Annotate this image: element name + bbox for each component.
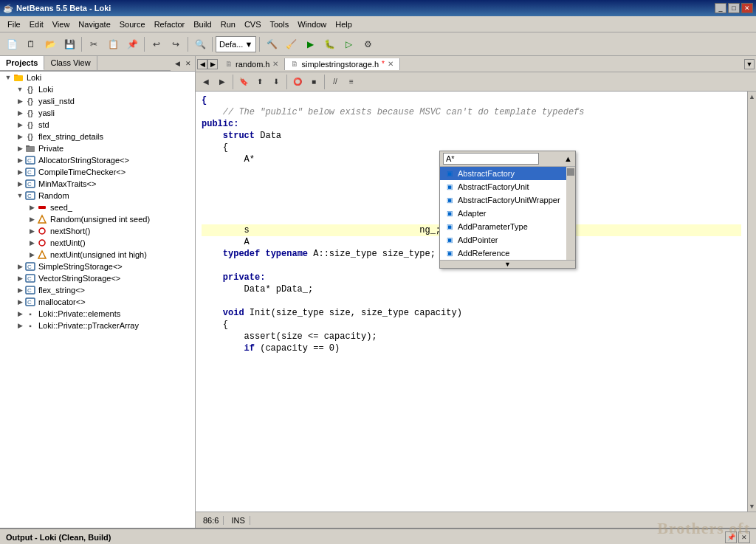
ac-item-5[interactable]: ▣ AddPointer (440, 233, 566, 247)
code-editor-area[interactable]: { // The "public" below exists because M… (196, 92, 756, 512)
redo-button[interactable]: ↪ (167, 35, 185, 53)
ac-scroll-thumb[interactable] (567, 168, 574, 176)
tree-expand-icon[interactable]: ▶ (28, 239, 35, 247)
tab-close-0[interactable]: ✕ (272, 60, 278, 68)
tree-item[interactable]: ▶{}std (0, 119, 195, 131)
tree-item[interactable]: ▶▪Loki::Private::pTrackerArray (0, 320, 195, 331)
tree-item[interactable]: ▶Private (0, 142, 195, 154)
tree-expand-icon[interactable]: ▶ (16, 168, 24, 176)
menu-help[interactable]: Help (331, 18, 357, 30)
toggle-bookmark-button[interactable]: 🔖 (236, 75, 251, 89)
minimize-button[interactable]: _ (715, 3, 726, 13)
back-nav-button[interactable]: ◀ (199, 75, 213, 89)
next-bookmark-button[interactable]: ⬇ (269, 75, 284, 89)
tree-item[interactable]: ▶Cflex_string<> (0, 284, 195, 296)
open-button[interactable]: 📂 (41, 35, 59, 53)
tree-item[interactable]: ▼Loki (0, 72, 195, 83)
tree-item[interactable]: ▶CCompileTimeChecker<> (0, 166, 195, 178)
autocomplete-input[interactable] (443, 153, 539, 165)
tree-expand-icon[interactable]: ▶ (16, 298, 24, 306)
tree-item[interactable]: ▼{}Loki (0, 83, 195, 95)
menu-build[interactable]: Build (189, 18, 216, 30)
tree-expand-icon[interactable]: ▶ (16, 156, 24, 164)
cut-button[interactable]: ✂ (85, 35, 103, 53)
tree-item[interactable]: ▶CMinMaxTraits<> (0, 178, 195, 190)
close-button[interactable]: ✕ (741, 3, 753, 13)
editor-vscrollbar[interactable]: ▲ ▼ (747, 92, 756, 512)
output-pin-button[interactable]: 📌 (725, 531, 737, 543)
ac-item-2[interactable]: ▣ AbstractFactoryUnitWrapper (440, 193, 566, 207)
tree-expand-icon[interactable]: ▶ (16, 286, 24, 294)
tab-simplestringstorage-h[interactable]: 🗎 simplestringstorage.h * ✕ (285, 58, 399, 70)
menu-window[interactable]: Window (293, 18, 331, 30)
tab-random-h[interactable]: 🗎 random.h ✕ (219, 58, 285, 70)
ac-scroll-down-icon[interactable]: ▼ (504, 261, 511, 268)
tree-expand-icon[interactable]: ▼ (16, 86, 24, 93)
output-close-button[interactable]: ✕ (738, 531, 750, 543)
tree-expand-icon[interactable]: ▶ (16, 133, 24, 140)
ac-item-0[interactable]: ▣ AbstractFactory (440, 167, 566, 180)
tree-item[interactable]: ▶{}yasli (0, 107, 195, 119)
format-button[interactable]: ≡ (344, 75, 359, 89)
ac-item-6[interactable]: ▣ AddReference (440, 247, 566, 260)
tab-list-button[interactable]: ▼ (744, 59, 755, 69)
ac-item-4[interactable]: ▣ AddParameterType (440, 220, 566, 233)
tree-item[interactable]: ▶CSimpleStringStorage<> (0, 261, 195, 272)
stop-button[interactable]: ■ (306, 75, 321, 89)
forward-nav-button[interactable]: ▶ (215, 75, 230, 89)
run-file-button[interactable]: ▷ (340, 35, 357, 53)
menu-file[interactable]: File (3, 18, 25, 30)
tree-expand-icon[interactable]: ▶ (16, 109, 24, 117)
toggle-breakpoint-button[interactable]: ⭕ (290, 75, 305, 89)
panel-close-button[interactable]: ✕ (183, 58, 193, 69)
menu-tools[interactable]: Tools (266, 18, 294, 30)
prev-bookmark-button[interactable]: ⬆ (252, 75, 267, 89)
scroll-up-icon[interactable]: ▲ (749, 93, 755, 100)
tree-item[interactable]: ▶CVectorStringStorage<> (0, 272, 195, 284)
find-button[interactable]: 🔍 (191, 35, 209, 53)
build-project-button[interactable]: 🔨 (263, 35, 281, 53)
tree-expand-icon[interactable]: ▶ (16, 275, 24, 282)
toggle-comment-button[interactable]: // (328, 75, 343, 89)
run-button[interactable]: ▶ (301, 35, 319, 53)
maximize-button[interactable]: □ (728, 3, 740, 13)
tree-expand-icon[interactable]: ▼ (16, 192, 24, 199)
tree-item[interactable]: ▶seed_ (0, 202, 195, 213)
save-button[interactable]: 💾 (61, 35, 78, 53)
copy-button[interactable]: 📋 (104, 35, 122, 53)
tree-expand-icon[interactable]: ▶ (16, 180, 24, 187)
ac-scroll-up[interactable]: ▲ (564, 154, 572, 163)
tree-item[interactable]: ▶Random(unsigned int seed) (0, 213, 195, 225)
tree-expand-icon[interactable]: ▶ (28, 216, 35, 223)
tree-item[interactable]: ▶{}yasli_nstd (0, 95, 195, 107)
menu-source[interactable]: Source (115, 18, 150, 30)
tree-expand-icon[interactable]: ▶ (16, 263, 24, 270)
tab-classview[interactable]: Class View (44, 56, 97, 70)
config-dropdown[interactable]: Defa... ▼ (216, 36, 256, 52)
tree-item[interactable]: ▶nextShort() (0, 225, 195, 237)
tab-scroll-right-button[interactable]: ▶ (207, 59, 218, 69)
tree-item[interactable]: ▶CAllocatorStringStorage<> (0, 154, 195, 166)
debug-button[interactable]: 🐛 (320, 35, 338, 53)
tree-item[interactable]: ▶nextUint() (0, 237, 195, 249)
menu-edit[interactable]: Edit (25, 18, 48, 30)
paste-button[interactable]: 📌 (123, 35, 141, 53)
tree-expand-icon[interactable]: ▶ (16, 145, 24, 152)
undo-button[interactable]: ↩ (148, 35, 165, 53)
tree-item[interactable]: ▶{}flex_string_details (0, 131, 195, 142)
menu-run[interactable]: Run (216, 18, 240, 30)
new-file-button[interactable]: 🗒 (22, 35, 40, 53)
new-project-button[interactable]: 📄 (3, 35, 21, 53)
panel-sync-button[interactable]: ◀ (172, 58, 182, 69)
ac-item-3[interactable]: ▣ Adapter (440, 207, 566, 220)
clean-build-button[interactable]: 🧹 (282, 35, 300, 53)
scroll-down-icon[interactable]: ▼ (749, 503, 755, 510)
menu-navigate[interactable]: Navigate (74, 18, 114, 30)
tree-expand-icon[interactable]: ▶ (16, 310, 24, 317)
tree-expand-icon[interactable]: ▶ (28, 204, 35, 211)
menu-cvs[interactable]: CVS (240, 18, 266, 30)
tree-expand-icon[interactable]: ▶ (28, 251, 35, 258)
tree-item[interactable]: ▶nextUint(unsigned int high) (0, 249, 195, 261)
debug-file-button[interactable]: ⚙ (359, 35, 377, 53)
menu-refactor[interactable]: Refactor (150, 18, 190, 30)
